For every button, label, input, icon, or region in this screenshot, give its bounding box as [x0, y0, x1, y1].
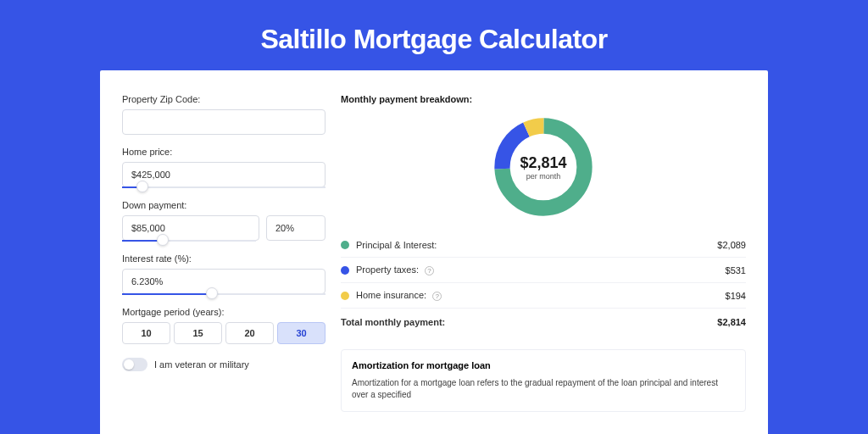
period-group: Mortgage period (years): 10 15 20 30 — [122, 307, 326, 344]
donut-center: $2,814 per month — [520, 154, 566, 181]
veteran-toggle-knob — [124, 359, 134, 370]
page-title: Saltillo Mortgage Calculator — [0, 0, 868, 70]
legend-row-insurance: Home insurance: ? $194 — [341, 283, 746, 309]
period-btn-30[interactable]: 30 — [277, 322, 326, 344]
input-pane: Property Zip Code: Home price: Down paym… — [122, 94, 326, 412]
down-slider-thumb[interactable] — [157, 234, 169, 246]
period-btn-10[interactable]: 10 — [122, 322, 170, 344]
legend-val-insurance: $194 — [726, 291, 746, 301]
info-icon[interactable]: ? — [425, 266, 434, 275]
legend-label-taxes-text: Property taxes: — [356, 264, 419, 275]
down-label: Down payment: — [122, 200, 326, 210]
price-group: Home price: — [122, 147, 326, 188]
amortization-title: Amortization for mortgage loan — [352, 360, 735, 370]
down-pct-input[interactable] — [266, 215, 326, 241]
calculator-card: Property Zip Code: Home price: Down paym… — [100, 70, 768, 434]
rate-label: Interest rate (%): — [122, 253, 326, 264]
total-value: $2,814 — [717, 317, 746, 327]
period-btn-15[interactable]: 15 — [174, 322, 222, 344]
results-pane: Monthly payment breakdown: $2,814 per mo… — [341, 94, 746, 412]
rate-input[interactable] — [122, 269, 326, 294]
price-input[interactable] — [122, 162, 326, 187]
zip-group: Property Zip Code: — [122, 94, 326, 135]
rate-slider[interactable] — [122, 293, 326, 295]
legend-val-taxes: $531 — [726, 265, 746, 275]
price-slider[interactable] — [122, 186, 326, 188]
period-label: Mortgage period (years): — [122, 307, 326, 317]
amortization-text: Amortization for a mortgage loan refers … — [352, 377, 735, 401]
zip-label: Property Zip Code: — [122, 94, 326, 104]
amortization-box: Amortization for mortgage loan Amortizat… — [341, 349, 746, 412]
donut-chart: $2,814 per month — [341, 113, 746, 221]
rate-slider-fill — [122, 293, 212, 295]
breakdown-title: Monthly payment breakdown: — [341, 94, 746, 104]
legend-label-taxes: Property taxes: ? — [356, 264, 726, 275]
rate-group: Interest rate (%): — [122, 253, 326, 295]
legend-val-principal: $2,089 — [717, 240, 746, 250]
price-label: Home price: — [122, 147, 326, 157]
total-label: Total monthly payment: — [341, 317, 717, 327]
legend-row-taxes: Property taxes: ? $531 — [341, 258, 746, 283]
dot-insurance — [341, 292, 349, 300]
veteran-label: I am veteran or military — [154, 359, 249, 370]
dot-principal — [341, 241, 349, 249]
veteran-row: I am veteran or military — [122, 358, 326, 371]
donut-sub: per month — [520, 172, 566, 181]
legend-label-principal: Principal & Interest: — [356, 240, 717, 250]
veteran-toggle[interactable] — [122, 358, 147, 371]
period-options: 10 15 20 30 — [122, 322, 326, 344]
donut-amount: $2,814 — [520, 154, 566, 172]
legend-label-insurance: Home insurance: ? — [356, 290, 726, 301]
price-slider-thumb[interactable] — [136, 181, 148, 192]
info-icon[interactable]: ? — [432, 292, 442, 301]
dot-taxes — [341, 266, 349, 275]
down-group: Down payment: — [122, 200, 326, 242]
zip-input[interactable] — [122, 109, 326, 135]
down-amount-input[interactable] — [122, 215, 259, 241]
total-row: Total monthly payment: $2,814 — [341, 309, 746, 334]
period-btn-20[interactable]: 20 — [225, 322, 274, 344]
legend-label-insurance-text: Home insurance: — [356, 290, 426, 300]
rate-slider-thumb[interactable] — [206, 287, 218, 299]
down-slider[interactable] — [122, 240, 256, 242]
legend-row-principal: Principal & Interest: $2,089 — [341, 233, 746, 258]
